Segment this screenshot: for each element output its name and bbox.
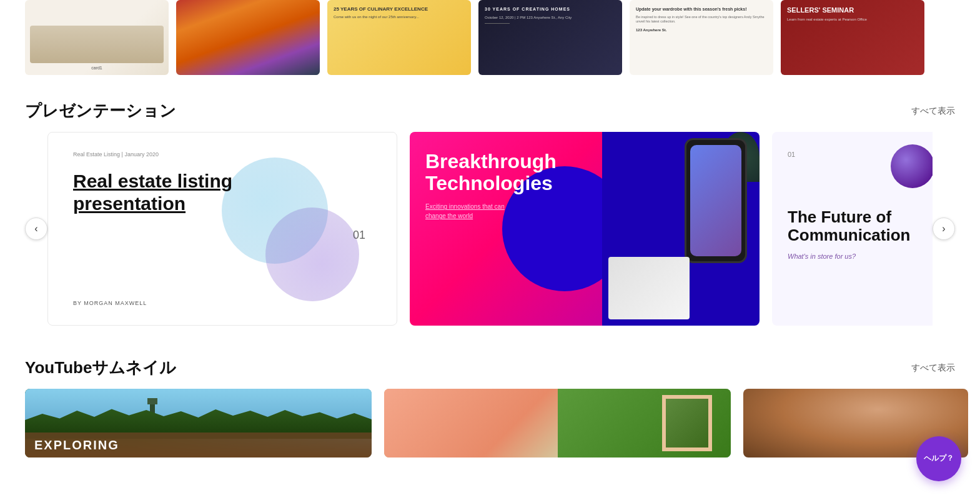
- pres2-phone-image: [685, 138, 747, 263]
- pres1-main-title: Real estate listing presentation: [73, 170, 260, 215]
- top-card-living-room[interactable]: card1: [25, 0, 169, 75]
- card2-image: [176, 0, 320, 75]
- pres3-subtitle: What's in store for us?: [788, 252, 931, 260]
- youtube-cards-row: EXPLORING: [0, 389, 980, 458]
- card5-title: Update your wardrobe with this season's …: [636, 6, 767, 12]
- card3-body: Come with us on the night of our 25th an…: [334, 15, 465, 19]
- pres2-right-panel: [602, 132, 760, 326]
- help-button-label: ヘルプ？: [924, 454, 954, 458]
- youtube-card-2[interactable]: [384, 389, 731, 458]
- pres3-title: The Future of Communication: [788, 208, 931, 244]
- card1-footer-text: card1: [30, 66, 164, 70]
- youtube-section-header: YouTubeサムネイル すべて表示: [0, 344, 980, 389]
- card6-title: SELLERS' SEMINAR: [787, 6, 918, 14]
- card5-addr: 123 Anywhere St.: [636, 28, 767, 32]
- presentation-card-real-estate[interactable]: Real Estate Listing | January 2020 01 Re…: [47, 132, 397, 326]
- pres1-number: 01: [353, 229, 365, 242]
- presentation-section-title: プレゼンテーション: [25, 100, 176, 122]
- top-card-fashion[interactable]: Update your wardrobe with this season's …: [630, 0, 773, 75]
- youtube-card-exploring[interactable]: EXPLORING: [25, 389, 372, 458]
- pres1-author: BY MORGAN MAXWELL: [73, 300, 147, 306]
- top-cards-row: card1 25 YEARS OF CULINARY EXCELLENCE Co…: [0, 0, 980, 88]
- card4-title: 30 YEARS OF CREATING HOMES: [485, 6, 616, 12]
- youtube-view-all[interactable]: すべて表示: [911, 362, 955, 374]
- pres1-circle-2: [265, 208, 359, 301]
- pres2-tablet-image: [608, 257, 690, 319]
- top-card-seminar[interactable]: SELLERS' SEMINAR Learn from real estate …: [781, 0, 924, 75]
- carousel-items: Real Estate Listing | January 2020 01 Re…: [47, 132, 933, 326]
- top-card-homes[interactable]: 30 YEARS OF CREATING HOMES October 12, 2…: [478, 0, 622, 75]
- top-card-aerial-city[interactable]: [176, 0, 320, 75]
- presentation-carousel: ‹ Real Estate Listing | January 2020 01 …: [0, 132, 980, 326]
- card4-divider: [485, 23, 510, 24]
- presentation-card-breakthrough[interactable]: Breakthrough Technologies Exciting innov…: [410, 132, 760, 326]
- yt1-title: EXPLORING: [34, 438, 119, 452]
- presentation-card-future[interactable]: 01 The Future of Communication What's in…: [772, 132, 933, 326]
- pres2-phone-screen: [690, 145, 741, 256]
- carousel-right-arrow[interactable]: ›: [933, 218, 955, 240]
- pres2-left-panel: Breakthrough Technologies Exciting innov…: [410, 132, 602, 326]
- pres3-orb: [891, 144, 933, 188]
- card3-title: 25 YEARS OF CULINARY EXCELLENCE: [334, 6, 465, 12]
- card5-body: Be inspired to dress up in style! See on…: [636, 15, 767, 24]
- yt1-tower-top: [147, 398, 157, 404]
- card4-date: October 12, 2020 | 2 PM 123 Anywhere St.…: [485, 16, 616, 19]
- youtube-section: YouTubeサムネイル すべて表示 EXPLORING: [0, 326, 980, 458]
- yt2-frame: [662, 395, 712, 451]
- top-card-culinary[interactable]: 25 YEARS OF CULINARY EXCELLENCE Come wit…: [327, 0, 471, 75]
- youtube-section-title: YouTubeサムネイル: [25, 357, 176, 379]
- card1-image: [30, 26, 164, 63]
- presentation-view-all[interactable]: すべて表示: [911, 106, 955, 117]
- card6-body: Learn from real estate experts at Pearso…: [787, 17, 918, 22]
- pres2-title: Breakthrough Technologies: [425, 151, 587, 194]
- carousel-left-arrow[interactable]: ‹: [25, 218, 47, 240]
- presentation-section-header: プレゼンテーション すべて表示: [0, 88, 980, 132]
- pres2-subtitle: Exciting innovations that can change the…: [425, 202, 587, 221]
